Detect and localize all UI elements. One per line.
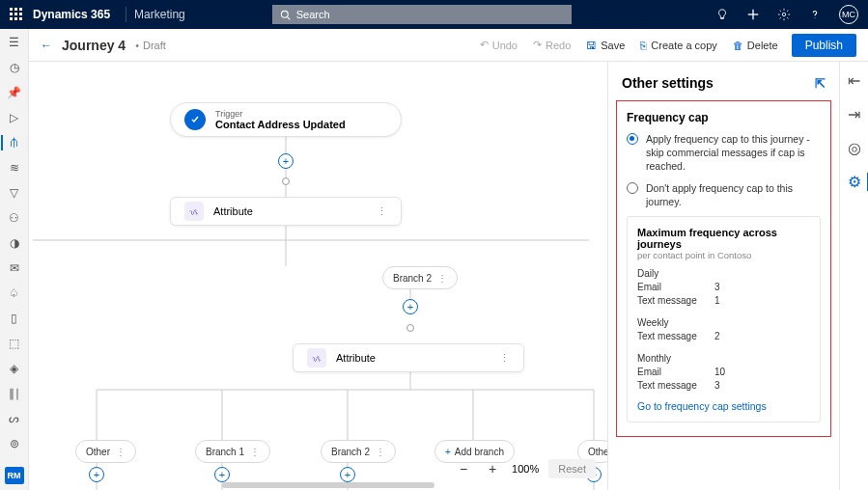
gear-icon[interactable]: ⚙: [848, 173, 869, 191]
radio-icon: [627, 133, 638, 145]
delete-button[interactable]: 🗑Delete: [727, 36, 784, 55]
library-icon[interactable]: ∥∣: [5, 386, 24, 401]
weekly-label: Weekly: [637, 317, 810, 328]
search-input[interactable]: Search: [272, 5, 572, 24]
back-button[interactable]: ←: [41, 39, 52, 52]
connector-dot: [282, 177, 290, 185]
save-button[interactable]: 🖫Save: [580, 36, 630, 55]
horizontal-scrollbar[interactable]: [222, 482, 434, 488]
freq-cap-skip-radio[interactable]: Don't apply frequency cap to this journe…: [627, 181, 821, 208]
more-icon[interactable]: ⋮: [116, 447, 126, 457]
help-icon[interactable]: [808, 8, 822, 21]
journey-icon[interactable]: ⫛: [1, 135, 20, 150]
more-icon[interactable]: ⋮: [499, 352, 510, 365]
card-title: Maximum frequency across journeys: [637, 227, 810, 250]
redo-button[interactable]: ↷Redo: [527, 35, 576, 55]
plus-icon[interactable]: [746, 8, 760, 21]
trigger-name: Contact Address Updated: [215, 119, 346, 130]
create-copy-button[interactable]: ⎘Create a copy: [634, 36, 722, 55]
zoom-in-button[interactable]: +: [483, 459, 502, 478]
device-icon[interactable]: ▯: [5, 311, 24, 326]
page-title: Journey 4: [62, 38, 126, 53]
svg-line-1: [287, 16, 290, 19]
daily-label: Daily: [637, 268, 810, 279]
more-icon[interactable]: ⋮: [376, 447, 385, 457]
reset-zoom-button[interactable]: Reset: [548, 459, 596, 478]
branch-2-pill-2[interactable]: Branch 2⋮: [321, 440, 396, 463]
add-step-button[interactable]: +: [340, 467, 355, 482]
target-icon[interactable]: ◎: [848, 139, 861, 157]
radio-icon: [627, 182, 638, 194]
add-step-button[interactable]: +: [214, 467, 230, 482]
app-launcher-icon[interactable]: [10, 8, 23, 21]
branch-1-pill[interactable]: Branch 1⋮: [195, 440, 270, 463]
freq-cap-settings-link[interactable]: Go to frequency cap settings: [637, 400, 810, 412]
section-heading: Frequency cap: [627, 111, 821, 124]
pin-icon[interactable]: 📌: [5, 85, 24, 100]
add-step-button[interactable]: +: [403, 299, 418, 314]
card-subtitle: per contact point in Contoso: [637, 250, 810, 260]
panel-title: Other settings: [622, 75, 714, 91]
brand-name: Dynamics 365: [33, 8, 110, 21]
right-nav: ⇤ ⇥ ◎ ⚙: [839, 62, 868, 490]
hamburger-icon[interactable]: ☰: [5, 35, 24, 50]
publish-button[interactable]: Publish: [792, 34, 856, 57]
zoom-out-button[interactable]: −: [454, 459, 473, 478]
frequency-cap-section: Frequency cap Apply frequency cap to thi…: [616, 100, 831, 437]
globe-icon[interactable]: ◑: [5, 235, 24, 251]
divider: [126, 7, 126, 22]
more-icon[interactable]: ⋮: [250, 447, 260, 457]
form-icon[interactable]: ◈: [5, 361, 24, 376]
more-icon[interactable]: ⋮: [437, 273, 447, 284]
attribute-node-1[interactable]: ᝰ Attribute ⋮: [170, 197, 402, 226]
mail-icon[interactable]: ✉: [5, 260, 24, 276]
add-step-button[interactable]: +: [278, 153, 294, 169]
funnel-icon[interactable]: ▽: [5, 185, 24, 201]
attribute-label: Attribute: [336, 352, 376, 364]
bulb-icon[interactable]: [715, 8, 729, 21]
journey-canvas[interactable]: TriggerContact Address Updated + ᝰ Attri…: [29, 62, 607, 490]
left-nav: ☰ ◷ 📌 ▷ ⫛ ≋ ▽ ⚇ ◑ ✉ ♤ ▯ ⬚ ◈ ∥∣ ᔕ ⊚ RM: [0, 29, 29, 490]
svg-point-0: [281, 11, 288, 17]
search-icon: [280, 10, 291, 20]
undo-button[interactable]: ↶Undo: [474, 35, 523, 55]
connector-dot: [406, 324, 414, 332]
expand-in-icon[interactable]: ⇤: [848, 71, 860, 90]
attribute-icon: ᝰ: [184, 202, 204, 221]
branch-icon[interactable]: ᔕ: [5, 411, 24, 426]
rm-badge[interactable]: RM: [5, 467, 24, 484]
zoom-controls: − + 100% Reset: [454, 459, 596, 478]
trigger-icon: [184, 109, 206, 130]
status-badge: Draft: [133, 40, 166, 51]
popout-icon[interactable]: ⇱: [815, 76, 826, 91]
settings-icon[interactable]: ⊚: [5, 436, 24, 451]
person-icon[interactable]: ⚇: [5, 210, 24, 226]
search-placeholder: Search: [296, 9, 330, 20]
attribute-node-2[interactable]: ᝰ Attribute ⋮: [293, 343, 524, 372]
play-icon[interactable]: ▷: [5, 110, 24, 125]
monthly-label: Monthly: [637, 353, 810, 364]
user-avatar[interactable]: MC: [839, 5, 858, 24]
trigger-label: Trigger: [215, 109, 346, 119]
frequency-summary-card: Maximum frequency across journeys per co…: [627, 216, 821, 422]
app-area: Marketing: [134, 8, 185, 21]
attribute-icon: ᝰ: [307, 348, 326, 368]
gear-icon[interactable]: [777, 8, 791, 21]
add-step-button[interactable]: +: [89, 467, 104, 482]
svg-point-4: [782, 13, 786, 16]
expand-out-icon[interactable]: ⇥: [848, 105, 860, 123]
other-pill-1[interactable]: Other⋮: [75, 440, 136, 463]
chat-icon[interactable]: ⬚: [5, 336, 24, 351]
trigger-node[interactable]: TriggerContact Address Updated: [170, 102, 402, 137]
command-bar: ← Journey 4 Draft ↶Undo ↷Redo 🖫Save ⎘Cre…: [29, 29, 868, 62]
clock-icon[interactable]: ◷: [5, 60, 24, 75]
settings-panel: Other settings⇱ Frequency cap Apply freq…: [607, 62, 839, 490]
more-icon[interactable]: ⋮: [377, 205, 387, 218]
zoom-level: 100%: [512, 463, 539, 475]
bell-icon[interactable]: ♤: [5, 286, 24, 301]
freq-cap-apply-radio[interactable]: Apply frequency cap to this journey - sk…: [627, 132, 821, 174]
branch-2-pill[interactable]: Branch 2⋮: [382, 266, 458, 289]
analytics-icon[interactable]: ≋: [5, 160, 24, 176]
global-top-bar: Dynamics 365 Marketing Search MC: [0, 0, 868, 29]
attribute-label: Attribute: [213, 205, 253, 217]
